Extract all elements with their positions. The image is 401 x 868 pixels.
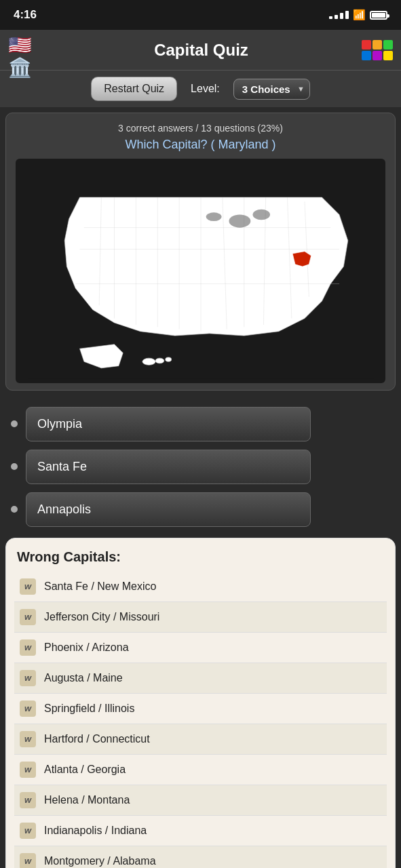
wrong-capitals-section: Wrong Capitals: w Santa Fe / New Mexico …	[5, 538, 396, 868]
color-palette	[362, 40, 393, 60]
choice-item-3: Annapolis	[11, 492, 390, 527]
wrong-item-6: w Hartford / Connecticut	[14, 724, 387, 755]
choice-bullet-3	[11, 506, 18, 513]
choice-item-1: Olympia	[11, 407, 390, 441]
choice-button-3[interactable]: Annapolis	[26, 492, 311, 527]
svg-point-17	[206, 212, 221, 221]
app-header: 🇺🇸🏛️ Capital Quiz	[0, 30, 401, 71]
wrong-badge-3: w	[20, 639, 36, 656]
choice-item-2: Santa Fe	[11, 450, 390, 484]
us-map	[28, 163, 374, 379]
color-blue	[362, 51, 371, 60]
wrong-badge-2: w	[20, 609, 36, 625]
svg-point-15	[229, 215, 250, 228]
wrong-item-3: w Phoenix / Arizona	[14, 633, 387, 663]
wrong-text-5: Springfield / Illinois	[44, 703, 134, 715]
wrong-item-7: w Atlanta / Georgia	[14, 755, 387, 785]
wrong-item-5: w Springfield / Illinois	[14, 694, 387, 724]
restart-button[interactable]: Restart Quiz	[91, 77, 177, 101]
wrong-capitals-title: Wrong Capitals:	[14, 549, 387, 565]
color-green	[383, 40, 393, 50]
choices-section: Olympia Santa Fe Annapolis	[0, 396, 401, 527]
wrong-text-1: Santa Fe / New Mexico	[44, 580, 156, 593]
svg-point-16	[252, 210, 270, 220]
color-yellow	[383, 51, 393, 60]
svg-point-18	[142, 358, 155, 365]
wrong-badge-1: w	[20, 578, 36, 595]
wrong-badge-10: w	[20, 853, 36, 868]
wrong-text-9: Indianapolis / Indiana	[44, 825, 147, 837]
flag-icon: 🇺🇸🏛️	[8, 35, 32, 78]
battery-icon	[370, 11, 387, 20]
wrong-text-4: Augusta / Maine	[44, 672, 123, 684]
wrong-text-7: Atlanta / Georgia	[44, 764, 126, 776]
signal-icon	[329, 11, 349, 19]
wrong-capitals-list: w Santa Fe / New Mexico w Jefferson City…	[14, 572, 387, 868]
choice-button-1[interactable]: Olympia	[26, 407, 311, 441]
status-icons: 📶	[329, 9, 387, 21]
color-orange	[373, 40, 382, 50]
wrong-item-2: w Jefferson City / Missouri	[14, 602, 387, 633]
app-title: Capital Quiz	[41, 41, 362, 60]
svg-point-19	[155, 358, 164, 363]
toolbar: Restart Quiz Level: 2 Choices 3 Choices …	[0, 71, 401, 107]
quiz-area: 3 correct answers / 13 questions (23%) W…	[5, 113, 396, 391]
question-label: Which Capital?	[125, 138, 207, 151]
level-label: Level:	[191, 83, 220, 95]
wrong-item-8: w Helena / Montana	[14, 785, 387, 816]
wrong-item-10: w Montgomery / Alabama	[14, 846, 387, 868]
wrong-text-6: Hartford / Connecticut	[44, 733, 150, 745]
wrong-text-2: Jefferson City / Missouri	[44, 611, 159, 623]
status-bar: 4:16 📶	[0, 0, 401, 30]
choice-button-2[interactable]: Santa Fe	[26, 450, 311, 484]
wrong-badge-9: w	[20, 823, 36, 839]
wrong-item-4: w Augusta / Maine	[14, 663, 387, 694]
app-logo: 🇺🇸🏛️	[8, 34, 41, 66]
level-selector-wrapper[interactable]: 2 Choices 3 Choices 4 Choices 5 Choices	[233, 79, 310, 100]
quiz-question: Which Capital? ( Maryland )	[16, 138, 385, 152]
choice-bullet-1	[11, 420, 18, 427]
map-container	[16, 159, 385, 383]
status-time: 4:16	[14, 8, 37, 22]
wrong-badge-7: w	[20, 762, 36, 778]
color-purple	[373, 51, 382, 60]
wrong-badge-8: w	[20, 792, 36, 808]
wrong-item-1: w Santa Fe / New Mexico	[14, 572, 387, 602]
wrong-badge-6: w	[20, 731, 36, 747]
wrong-item-9: w Indianapolis / Indiana	[14, 816, 387, 846]
wifi-icon: 📶	[353, 9, 366, 21]
state-name: ( Maryland )	[211, 138, 276, 151]
choice-bullet-2	[11, 463, 18, 470]
wrong-text-10: Montgomery / Alabama	[44, 855, 156, 867]
svg-point-20	[165, 357, 171, 361]
wrong-badge-4: w	[20, 670, 36, 686]
wrong-text-8: Helena / Montana	[44, 794, 130, 806]
wrong-badge-5: w	[20, 701, 36, 717]
color-red	[362, 40, 371, 50]
quiz-stats: 3 correct answers / 13 questions (23%)	[16, 123, 385, 134]
level-select[interactable]: 2 Choices 3 Choices 4 Choices 5 Choices	[233, 79, 310, 100]
wrong-text-3: Phoenix / Arizona	[44, 642, 129, 654]
